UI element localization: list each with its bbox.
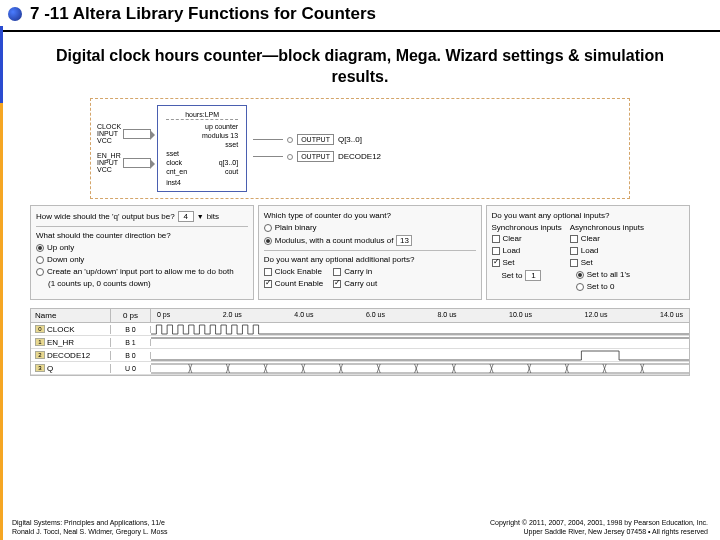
col-name-header: Name — [31, 309, 111, 322]
pin-shape-icon — [123, 158, 151, 168]
block-desc: modulus 13 — [166, 131, 238, 140]
check-cnten[interactable] — [264, 280, 272, 288]
option-sublabel: (1 counts up, 0 counts down) — [36, 279, 248, 288]
option-label: Clear — [503, 234, 522, 243]
option-label: Up only — [47, 243, 74, 252]
option-label: Set — [503, 258, 515, 267]
panel-optional-inputs: Do you want any optional inputs? Synchro… — [486, 205, 691, 300]
signal-row-enhr: 1EN_HR B 1 — [31, 336, 689, 349]
check-carryout[interactable] — [333, 280, 341, 288]
signal-icon: 0 — [35, 325, 45, 333]
port-label: sset — [166, 149, 179, 158]
port-label: cout — [225, 167, 238, 176]
pin-label: CLOCK — [97, 123, 121, 130]
radio-updown[interactable] — [36, 268, 44, 276]
panel-width-direction: How wide should the 'q' output bus be? 4… — [30, 205, 254, 300]
radio-plain[interactable] — [264, 224, 272, 232]
check-clken[interactable] — [264, 268, 272, 276]
signal-name: Q — [47, 364, 53, 373]
panel-type-ports: Which type of counter do you want? Plain… — [258, 205, 482, 300]
pin-type: INPUT — [97, 130, 121, 137]
side-accent — [0, 26, 3, 540]
option-label: Plain binary — [275, 223, 317, 232]
signal-name: DECODE12 — [47, 351, 90, 360]
bits-select[interactable]: 4 — [178, 211, 194, 222]
check-a-load[interactable] — [570, 247, 578, 255]
check-a-clear[interactable] — [570, 235, 578, 243]
time-tick: 4.0 us — [294, 311, 313, 320]
pin-label: EN_HR — [97, 152, 121, 159]
check-a-set[interactable] — [570, 259, 578, 267]
output-pin-q: OUTPUT Q[3..0] — [253, 134, 381, 145]
title-bar: 7 -11 Altera Library Functions for Count… — [0, 0, 720, 32]
option-label: Set to 0 — [587, 282, 615, 291]
option-label: Clear — [581, 234, 600, 243]
question-label: Which type of counter do you want? — [264, 211, 476, 220]
signal-icon: 3 — [35, 364, 45, 372]
out-label: DECODE12 — [338, 152, 381, 161]
option-label: Set to all 1's — [587, 270, 630, 279]
radio-modulus[interactable] — [264, 237, 272, 245]
signal-name: EN_HR — [47, 338, 74, 347]
check-s-clear[interactable] — [492, 235, 500, 243]
signal-icon: 2 — [35, 351, 45, 359]
option-label: Carry out — [344, 279, 377, 288]
decode-waveform — [151, 349, 689, 362]
port-label: q[3..0] — [219, 158, 238, 167]
page-title: 7 -11 Altera Library Functions for Count… — [30, 4, 376, 24]
radio-set-all1[interactable] — [576, 271, 584, 279]
question-label: How wide should the 'q' output bus be? — [36, 212, 175, 221]
setto-label: Set to — [502, 271, 523, 280]
settings-panels: How wide should the 'q' output bus be? 4… — [30, 205, 690, 300]
signal-row-q: 3Q U 0 — [31, 362, 689, 375]
pin-vcc: VCC — [97, 166, 121, 173]
q-waveform — [151, 362, 689, 375]
option-label: Set — [581, 258, 593, 267]
option-label: Count Enable — [275, 279, 323, 288]
time-tick: 14.0 us — [660, 311, 683, 320]
footer-copyright: Copyright © 2011, 2007, 2004, 2001, 1998… — [490, 519, 708, 527]
check-s-load[interactable] — [492, 247, 500, 255]
out-label: Q[3..0] — [338, 135, 362, 144]
time-tick: 0 ps — [157, 311, 170, 320]
block-header: hours:LPM — [166, 110, 238, 120]
time-tick: 6.0 us — [366, 311, 385, 320]
option-label: Load — [503, 246, 521, 255]
signal-row-clock: 0CLOCK B 0 — [31, 323, 689, 336]
port-label: cnt_en — [166, 167, 187, 176]
check-s-set[interactable] — [492, 259, 500, 267]
signal-value: B 0 — [111, 326, 151, 333]
signal-row-decode: 2DECODE12 B 0 — [31, 349, 689, 362]
column-header: Asynchronous inputs — [570, 223, 644, 232]
out-type: OUTPUT — [297, 134, 334, 145]
footer-book-title: Digital Systems: Principles and Applicat… — [12, 519, 167, 527]
footer-address: Upper Saddle River, New Jersey 07458 • A… — [490, 528, 708, 536]
time-ruler: 0 ps 2.0 us 4.0 us 6.0 us 8.0 us 10.0 us… — [151, 309, 689, 322]
modulus-input[interactable]: 13 — [396, 235, 412, 246]
check-carryin[interactable] — [333, 268, 341, 276]
time-tick: 10.0 us — [509, 311, 532, 320]
column-header: Synchronous inputs — [492, 223, 562, 232]
footer: Digital Systems: Principles and Applicat… — [0, 519, 720, 536]
col-val-header: 0 ps — [111, 309, 151, 322]
out-type: OUTPUT — [297, 151, 334, 162]
time-tick: 2.0 us — [223, 311, 242, 320]
input-pin-clock: CLOCKINPUTVCC — [97, 123, 151, 144]
option-label: Carry in — [344, 267, 372, 276]
simulation-waveform: Name 0 ps 0 ps 2.0 us 4.0 us 6.0 us 8.0 … — [30, 308, 690, 376]
question-label: Do you want any optional inputs? — [492, 211, 685, 220]
option-label: Down only — [47, 255, 84, 264]
signal-value: B 1 — [111, 339, 151, 346]
time-tick: 8.0 us — [437, 311, 456, 320]
radio-down[interactable] — [36, 256, 44, 264]
question-label: What should the counter direction be? — [36, 231, 248, 240]
option-label: Create an 'up/down' input port to allow … — [47, 267, 234, 276]
signal-value: U 0 — [111, 365, 151, 372]
pin-shape-icon — [123, 129, 151, 139]
radio-up[interactable] — [36, 244, 44, 252]
port-label: clock — [166, 158, 182, 167]
radio-set-0[interactable] — [576, 283, 584, 291]
setto-input[interactable]: 1 — [525, 270, 541, 281]
option-label: Clock Enable — [275, 267, 322, 276]
signal-value: B 0 — [111, 352, 151, 359]
